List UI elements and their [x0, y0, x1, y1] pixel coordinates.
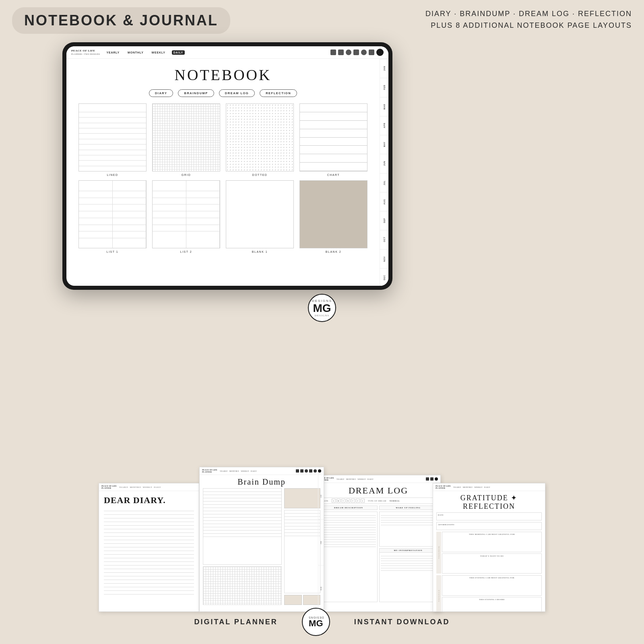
dl-dream-desc-section [320, 512, 378, 602]
page-label-grid: GRID [182, 173, 191, 176]
page-item-dotted[interactable]: DOTTED [226, 103, 294, 176]
footer: DIGITAL PLANNER DESIGNS MG INSTANT DOWNL… [0, 608, 644, 636]
gr-evening-grateful: THIS EVENING I AM MOST GRATEFUL FOR [442, 575, 542, 596]
gratitude-page: PEACE OF LIFEPLANNER YEARLY MONTHLY WEEK… [433, 483, 545, 612]
diary-nav-weekly: WEEKLY [143, 486, 153, 488]
cat-braindump[interactable]: BRAINDUMP [178, 89, 214, 97]
grid-icon[interactable] [330, 50, 336, 55]
search-icon[interactable] [346, 50, 351, 55]
logo-mg: MG [312, 303, 332, 314]
bd-logo: PEACE OF LIFEPLANNER [202, 469, 217, 473]
month-apr[interactable]: APR [380, 116, 388, 135]
dl-day-boxes: S M T W T F S [332, 499, 365, 503]
tablet-nav-daily[interactable]: DAILY [172, 50, 185, 55]
dl-nav-daily: DAILY [367, 478, 374, 480]
bd-right-small-boxes [284, 595, 320, 605]
gr-col-left: DATE AFFIRMATIONS MORNING THIS MORNING I… [436, 512, 542, 612]
page-item-lined[interactable]: LINED [78, 103, 147, 176]
logo-inner: DESIGNS MG DESIGNS [312, 299, 332, 317]
add-icon[interactable] [376, 49, 384, 56]
diary-nav-yearly: YEARLY [119, 486, 128, 488]
diary-title: DEAR DIARY. [99, 491, 199, 508]
tablet-nav-monthly[interactable]: MONTHLY [126, 50, 145, 55]
bd-right-lined [284, 510, 320, 593]
dl-day-m: M [336, 499, 341, 503]
lock-icon[interactable] [353, 50, 359, 55]
month-feb[interactable]: FEB [380, 78, 388, 97]
month-may[interactable]: MAY [380, 135, 388, 154]
month-aug[interactable]: AUG [380, 192, 388, 211]
page-layout-grid: LINED GRID [74, 103, 372, 253]
page-item-grid[interactable]: GRID [152, 103, 220, 176]
bd-sq-icon [300, 469, 303, 473]
month-jan[interactable]: JAN [380, 59, 388, 78]
bd-grid-icon [296, 469, 299, 473]
tablet-nav-yearly[interactable]: YEARLY [105, 50, 121, 55]
page-thumb-dotted [226, 103, 294, 171]
bottom-section: PEACE OF LIFEPLANNER YEARLY MONTHLY WEEK… [0, 467, 644, 612]
subtitle-line2: PLUS 8 ADDITIONAL NOTEBOOK PAGE LAYOUTS [425, 20, 632, 31]
footer-logo-inner: DESIGNS MG [308, 616, 324, 628]
gr-affirmations-field: AFFIRMATIONS [436, 522, 542, 530]
dl-day-t1: T [341, 499, 345, 503]
footer-instant-download: INSTANT DOWNLOAD [354, 618, 450, 626]
gr-body: DATE AFFIRMATIONS MORNING THIS MORNING I… [433, 512, 545, 612]
dl-day-s1: S [332, 499, 336, 503]
tablet-nav-weekly[interactable]: WEEKLY [150, 50, 167, 55]
dl-nav: YEARLY MONTHLY WEEKLY DAILY [336, 478, 374, 480]
dl-icons [426, 477, 438, 481]
main-title: NOTEBOOK & JOURNAL [24, 12, 218, 29]
footer-logo-mg: MG [308, 619, 324, 628]
play-icon[interactable] [361, 50, 367, 55]
month-jun[interactable]: JUN [380, 154, 388, 173]
tablet-header-icons [330, 49, 384, 56]
page-label-blank1: BLANK 1 [252, 250, 268, 253]
month-jul[interactable]: JUL [380, 173, 388, 192]
cat-dreamlog[interactable]: DREAM LOG [219, 89, 255, 97]
gr-title: GRATITUDE ✦ REFLECTION [433, 491, 545, 512]
month-sep[interactable]: SEP [380, 211, 388, 230]
page-item-chart[interactable]: CHART [299, 103, 367, 176]
gr-evening-desire: THIS EVENING I DESIRE [442, 597, 542, 612]
bd-grid-area [203, 566, 282, 605]
square-icon[interactable] [338, 50, 344, 55]
bd-lock-icon [309, 469, 312, 473]
cat-reflection[interactable]: REFLECTION [260, 89, 297, 97]
month-mar[interactable]: MAR [380, 97, 388, 116]
page-item-list1[interactable]: LIST 1 [78, 180, 147, 253]
diary-page: PEACE OF LIFEPLANNER YEARLY MONTHLY WEEK… [99, 483, 199, 612]
bd-title: Brain Dump [200, 475, 324, 488]
page-item-blank1[interactable]: BLANK 1 [226, 180, 294, 253]
dl-title: DREAM LOG [316, 483, 440, 497]
month-dec[interactable]: DEC [380, 268, 388, 286]
bd-icons [296, 469, 321, 473]
dl-dream-desc-title: DREAM DESCRIPTION [320, 506, 378, 510]
dl-day-f: F [356, 499, 360, 503]
page-label-list2: LIST 2 [180, 250, 192, 253]
dl-nav-weekly: WEEKLY [357, 478, 366, 480]
bd-month-jan: JAN [318, 473, 324, 519]
title-badge: NOTEBOOK & JOURNAL [12, 7, 230, 34]
bd-search-icon [305, 469, 308, 473]
tablet-device: PEACE OF LIFEPLANNER • TWO DESIGNS YEARL… [62, 42, 392, 290]
dl-nav-monthly: MONTHLY [346, 478, 356, 480]
cat-diary[interactable]: DIARY [149, 89, 173, 97]
month-nov[interactable]: NOV [380, 249, 388, 268]
footer-logo: DESIGNS MG [302, 608, 330, 636]
page-item-blank2[interactable]: BLANK 2 [299, 180, 367, 253]
dl-nav-yearly: YEARLY [336, 478, 345, 480]
footer-logo-designs-top: DESIGNS [308, 616, 324, 619]
month-oct[interactable]: OCT [380, 230, 388, 249]
gr-nav-daily: DAILY [484, 486, 490, 488]
dl-day-w: W [346, 499, 350, 503]
page-label-chart: CHART [327, 173, 340, 176]
category-buttons: DIARY BRAINDUMP DREAM LOG REFLECTION [74, 89, 372, 97]
gr-nav-monthly: MONTHLY [463, 486, 473, 488]
tablet-main-content: NOTEBOOK DIARY BRAINDUMP DREAM LOG REFLE… [66, 59, 380, 286]
tablet-frame: PEACE OF LIFEPLANNER • TWO DESIGNS YEARL… [62, 42, 392, 290]
dl-add-icon [435, 477, 438, 481]
dl-wakeup-section [379, 512, 437, 547]
bd-nav-weekly: WEEKLY [241, 470, 249, 472]
page-item-list2[interactable]: LIST 2 [152, 180, 220, 253]
apps-icon[interactable] [369, 50, 374, 55]
